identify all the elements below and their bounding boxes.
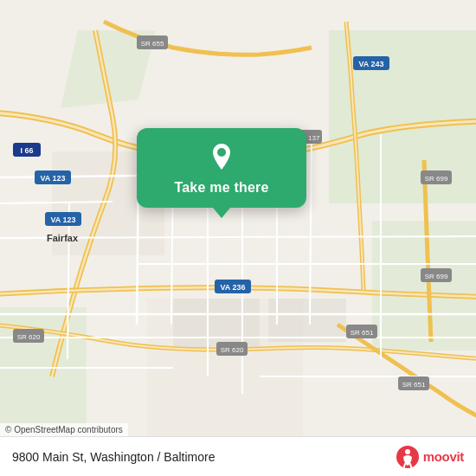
svg-text:VA 236: VA 236 xyxy=(220,283,245,292)
bottom-info-bar: 9800 Main St, Washington / Baltimore moo… xyxy=(0,436,476,476)
svg-point-56 xyxy=(217,148,226,157)
svg-rect-2 xyxy=(372,221,476,351)
address-label: 9800 Main St, Washington / Baltimore xyxy=(12,450,215,464)
svg-point-58 xyxy=(405,449,410,454)
copyright-notice: © OpenStreetMap contributors xyxy=(0,423,128,436)
svg-text:SR 655: SR 655 xyxy=(141,40,164,48)
svg-text:VA 123: VA 123 xyxy=(40,174,65,183)
map-container: I 66 I 66 VA 123 VA 123 VA 243 SR 137 VA… xyxy=(0,0,476,476)
svg-text:I 66: I 66 xyxy=(20,146,33,155)
svg-text:SR 699: SR 699 xyxy=(425,175,448,183)
location-pin-icon xyxy=(205,140,238,173)
moovit-text-label: moovit xyxy=(423,449,464,464)
callout-bubble[interactable]: Take me there xyxy=(137,128,306,208)
moovit-brand-icon xyxy=(396,445,420,469)
svg-text:SR 651: SR 651 xyxy=(351,329,374,337)
svg-rect-8 xyxy=(268,299,346,342)
svg-text:Fairfax: Fairfax xyxy=(47,233,79,243)
moovit-logo: moovit xyxy=(396,445,464,469)
svg-text:VA 123: VA 123 xyxy=(50,215,75,224)
svg-text:SR 620: SR 620 xyxy=(221,346,244,354)
svg-text:VA 243: VA 243 xyxy=(358,60,383,68)
map-roads: I 66 I 66 VA 123 VA 123 VA 243 SR 137 VA… xyxy=(0,0,476,476)
svg-text:SR 620: SR 620 xyxy=(17,333,41,341)
svg-text:SR 651: SR 651 xyxy=(402,381,426,389)
callout-label: Take me there xyxy=(174,180,268,196)
svg-text:SR 699: SR 699 xyxy=(425,273,448,280)
